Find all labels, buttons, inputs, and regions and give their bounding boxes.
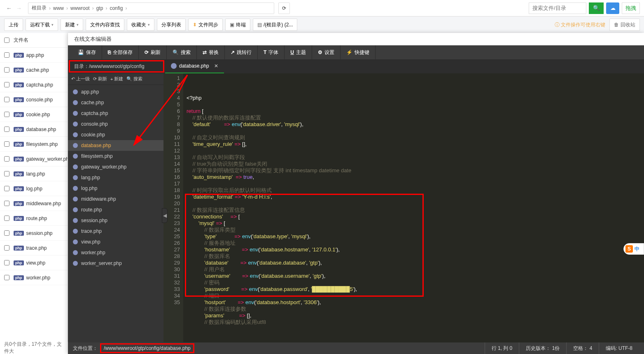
upload-button[interactable]: 上传	[4, 19, 23, 31]
theme-button[interactable]: U主题	[285, 45, 312, 59]
file-checkbox[interactable]	[4, 97, 9, 102]
history-version[interactable]: 历史版本： 1份	[519, 342, 566, 354]
file-checkbox[interactable]	[4, 275, 9, 280]
file-checkbox[interactable]	[4, 82, 9, 87]
code-editor[interactable]: 1234567891011121314151617181920212223242…	[163, 73, 644, 342]
tree-item[interactable]: worker_server.php	[68, 258, 163, 269]
php-icon: php	[14, 53, 24, 58]
breadcrumb-part[interactable]: www	[53, 5, 64, 11]
breadcrumb-part[interactable]: gtp	[96, 5, 103, 11]
file-row[interactable]: phpdatabase.php	[0, 122, 68, 137]
tree-item[interactable]: trace.php	[68, 226, 163, 237]
refresh-icon: ⟳	[145, 49, 149, 55]
search-input[interactable]	[529, 2, 586, 14]
tree-search-button[interactable]: 🔍 搜索	[126, 76, 142, 82]
tree-item[interactable]: database.php	[68, 140, 163, 151]
tree-item[interactable]: middleware.php	[68, 194, 163, 204]
file-row[interactable]: phpmiddleware.php	[0, 196, 68, 211]
search-button[interactable]: 🔍搜索	[167, 45, 197, 59]
file-row[interactable]: phplog.php	[0, 181, 68, 196]
nav-forward-button[interactable]: →	[14, 3, 24, 13]
file-checkbox[interactable]	[4, 156, 9, 162]
ime-indicator[interactable]: S 中	[623, 243, 644, 255]
tree-item[interactable]: filesystem.php	[68, 151, 163, 162]
tree-item[interactable]: gateway_worker.php	[68, 162, 163, 172]
tree-item[interactable]: console.php	[68, 119, 163, 129]
file-checkbox[interactable]	[4, 127, 9, 132]
tree-refresh-button[interactable]: ⟳ 刷新	[93, 76, 107, 82]
settings-button[interactable]: ⚙设置	[312, 45, 341, 59]
breadcrumb-root[interactable]: 根目录	[32, 5, 47, 12]
refresh-button[interactable]: ⟳刷新	[139, 45, 167, 59]
tree-item[interactable]: session.php	[68, 215, 163, 226]
breadcrumb-part[interactable]: config	[110, 5, 123, 11]
tree-item[interactable]: log.php	[68, 183, 163, 194]
tree-item[interactable]: view.php	[68, 237, 163, 247]
tree-item[interactable]: cache.php	[68, 97, 163, 108]
file-checkbox[interactable]	[4, 260, 9, 265]
file-row[interactable]: phpapp.php	[0, 48, 68, 63]
file-checkbox[interactable]	[4, 171, 9, 176]
indent-spaces[interactable]: 空格： 4	[566, 342, 599, 354]
file-checkbox[interactable]	[4, 67, 9, 73]
select-all-checkbox[interactable]	[4, 38, 9, 43]
tree-item[interactable]: captcha.php	[68, 108, 163, 119]
save-all-button[interactable]: ⎘全部保存	[102, 45, 139, 59]
file-checkbox[interactable]	[4, 230, 9, 236]
tree-item[interactable]: lang.php	[68, 172, 163, 183]
replace-button[interactable]: ⇄替换	[197, 45, 225, 59]
share-button[interactable]: 分享列表	[157, 19, 186, 31]
root-path-button[interactable]: ▤/(根目录) (2...	[253, 19, 297, 31]
file-checkbox[interactable]	[4, 112, 9, 117]
refresh-button[interactable]: ⟳	[278, 2, 290, 14]
file-row[interactable]: phptrace.php	[0, 241, 68, 256]
file-row[interactable]: phpconsole.php	[0, 92, 68, 107]
cursor-position[interactable]: 行 1, 列 0	[485, 342, 519, 354]
file-row[interactable]: phpcaptcha.php	[0, 77, 68, 92]
tree-item[interactable]: cookie.php	[68, 129, 163, 140]
tree-item[interactable]: app.php	[68, 87, 163, 97]
font-button[interactable]: T字体	[258, 45, 285, 59]
goto-line-button[interactable]: ↗跳转行	[225, 45, 258, 59]
new-button[interactable]: 新建▾	[61, 19, 83, 31]
tree-item[interactable]: worker.php	[68, 247, 163, 258]
tree-up-button[interactable]: ↶ 上一级	[71, 76, 90, 82]
file-checkbox[interactable]	[4, 201, 9, 206]
breadcrumb[interactable]: 根目录 › www › wwwroot › gtp › config ›	[28, 2, 274, 14]
save-button[interactable]: 💾保存	[72, 45, 102, 59]
file-checkbox[interactable]	[4, 141, 9, 147]
close-tab-button[interactable]: ✕	[214, 63, 218, 69]
file-checkbox[interactable]	[4, 245, 9, 251]
file-row[interactable]: phpworker.php	[0, 270, 68, 285]
file-name-label: lang.php	[26, 171, 45, 177]
file-row[interactable]: phproute.php	[0, 211, 68, 226]
file-row[interactable]: phpfilesystem.php	[0, 137, 68, 152]
file-row[interactable]: phpsession.php	[0, 226, 68, 241]
file-row[interactable]: phpview.php	[0, 256, 68, 270]
sync-button[interactable]: ⬍文件同步	[188, 19, 223, 31]
drag-button[interactable]: 拖拽	[622, 2, 640, 14]
shortcut-button[interactable]: ⚡快捷键	[341, 45, 376, 59]
tree-new-button[interactable]: + 新建	[110, 76, 123, 82]
file-checkbox[interactable]	[4, 52, 9, 58]
file-tab-database[interactable]: database.php ✕	[165, 59, 224, 73]
cloud-button[interactable]: ☁	[606, 2, 619, 14]
file-row[interactable]: phpgateway_worker.php	[0, 152, 68, 166]
favorites-button[interactable]: 收藏夹▾	[127, 19, 154, 31]
search-button[interactable]: 🔍	[589, 2, 604, 14]
nav-back-button[interactable]: ←	[4, 3, 14, 13]
collapse-tree-button[interactable]: ◀	[162, 208, 168, 223]
file-row[interactable]: phpcookie.php	[0, 107, 68, 122]
breadcrumb-part[interactable]: wwwroot	[70, 5, 90, 11]
file-row[interactable]: phpcache.php	[0, 63, 68, 77]
content-search-button[interactable]: 文件内容查找	[86, 19, 124, 31]
remote-download-button[interactable]: 远程下载▾	[26, 19, 58, 31]
encoding[interactable]: 编码: UTF-8	[599, 342, 639, 354]
filename-column-header[interactable]: 文件名	[14, 37, 28, 44]
terminal-button[interactable]: ▣终端	[225, 19, 250, 31]
recycle-button[interactable]: 🗑回收站	[609, 19, 640, 31]
file-row[interactable]: phplang.php	[0, 166, 68, 181]
file-checkbox[interactable]	[4, 216, 9, 221]
file-checkbox[interactable]	[4, 186, 9, 191]
tree-item[interactable]: route.php	[68, 204, 163, 215]
